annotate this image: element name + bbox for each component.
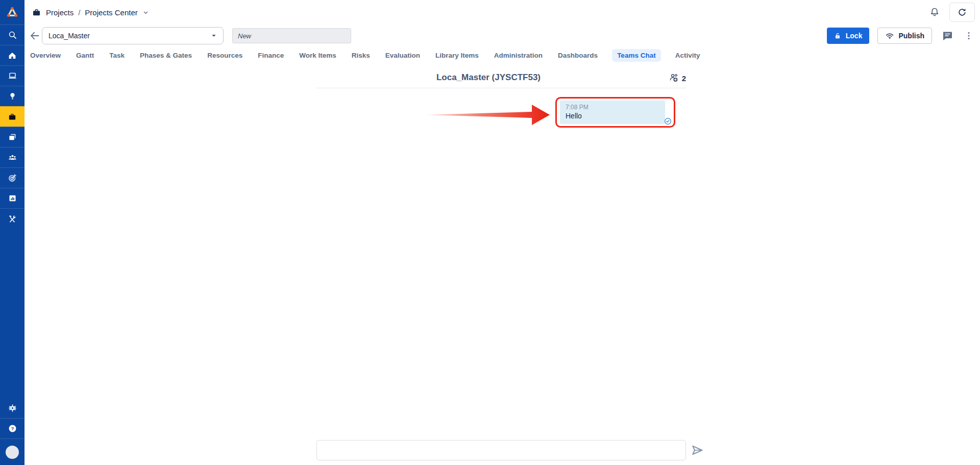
back-arrow-icon[interactable] <box>29 30 40 41</box>
annotation-arrow-icon <box>424 104 551 127</box>
chat-members-count: 2 <box>682 74 686 83</box>
chat-title: Loca_Master (JYSCTF53) <box>316 72 660 83</box>
app-window: ? Projects / Projects Center Loca_Master <box>0 0 980 465</box>
lock-button-label: Lock <box>846 32 863 40</box>
briefcase-icon <box>32 8 41 17</box>
tab-task[interactable]: Task <box>108 49 126 62</box>
sidebar-item-projects[interactable] <box>0 106 24 127</box>
chat-members-button[interactable]: 2 <box>669 72 686 84</box>
unlock-icon <box>834 32 842 40</box>
sidebar-item-search[interactable] <box>0 25 24 45</box>
search-icon <box>8 30 17 40</box>
dropdown-caret-icon <box>211 33 217 39</box>
tab-resources[interactable]: Resources <box>206 49 243 62</box>
sidebar-item-reports[interactable] <box>0 188 24 208</box>
sidebar-item-home[interactable] <box>0 45 24 65</box>
tab-finance[interactable]: Finance <box>257 49 285 62</box>
folders-icon <box>8 133 17 142</box>
chat-lines-icon[interactable] <box>940 29 954 43</box>
tab-gantt[interactable]: Gantt <box>75 49 95 62</box>
tab-work-items[interactable]: Work Items <box>298 49 337 62</box>
tab-administration[interactable]: Administration <box>493 49 544 62</box>
publish-button[interactable]: Publish <box>877 28 932 44</box>
tools-icon <box>8 214 17 224</box>
add-members-icon <box>669 72 680 84</box>
send-icon[interactable] <box>690 443 704 457</box>
sidebar-item-ideas[interactable] <box>0 86 24 106</box>
chat-message-input[interactable] <box>316 440 686 460</box>
sidebar-item-resources[interactable] <box>0 147 24 167</box>
sidebar-item-admin-tools[interactable] <box>0 208 24 229</box>
lock-button[interactable]: Lock <box>827 28 870 44</box>
briefcase-icon <box>8 112 17 121</box>
tab-overview[interactable]: Overview <box>29 49 62 62</box>
project-status-value: New <box>238 32 251 40</box>
tab-activity[interactable]: Activity <box>674 49 701 62</box>
app-logo triangle-logo[interactable] <box>0 0 24 25</box>
breadcrumb-projects-center[interactable]: Projects Center <box>85 8 137 17</box>
annotation-box: 7:08 PM Hello <box>555 97 675 128</box>
tab-phases-gates[interactable]: Phases & Gates <box>139 49 193 62</box>
sidebar: ? <box>0 0 24 465</box>
svg-text:?: ? <box>11 426 14 431</box>
tab-risks[interactable]: Risks <box>351 49 371 62</box>
tab-dashboards[interactable]: Dashboards <box>557 49 599 62</box>
project-dropdown-value: Loca_Master <box>48 32 211 40</box>
chat-header: Loca_Master (JYSCTF53) 2 <box>316 70 686 88</box>
bell-icon[interactable] <box>927 5 942 20</box>
tab-teams-chat[interactable]: Teams Chat <box>612 49 661 62</box>
help-icon: ? <box>8 424 17 433</box>
sidebar-spacer <box>0 229 24 398</box>
sidebar-item-workspace[interactable] <box>0 65 24 86</box>
chat-divider <box>316 88 686 88</box>
refresh-icon <box>957 7 967 17</box>
message-text: Hello <box>566 111 659 121</box>
sidebar-item-help[interactable]: ? <box>0 418 24 438</box>
project-dropdown[interactable]: Loca_Master <box>42 27 224 44</box>
sidebar-bottom: ? <box>0 398 24 465</box>
sidebar-item-portfolios[interactable] <box>0 127 24 147</box>
home-icon <box>8 51 17 60</box>
lightbulb-icon <box>8 92 17 101</box>
avatar <box>6 446 19 459</box>
chevron-down-icon[interactable] <box>142 9 149 16</box>
publish-button-label: Publish <box>898 32 924 40</box>
project-status-field[interactable]: New <box>232 28 351 43</box>
breadcrumb: Projects / Projects Center <box>32 0 149 25</box>
people-icon <box>8 153 17 162</box>
header-right <box>927 0 975 25</box>
message-timestamp: 7:08 PM <box>566 104 659 111</box>
wifi-icon <box>885 31 894 40</box>
breadcrumb-separator: / <box>78 8 80 17</box>
target-icon <box>8 173 17 183</box>
toolbar-right: Lock Publish <box>827 25 975 47</box>
tab-evaluation[interactable]: Evaluation <box>384 49 421 62</box>
project-toolbar: Loca_Master New Lock Publish <box>24 25 980 47</box>
bar-chart-icon <box>8 194 17 203</box>
check-circle-icon <box>664 117 672 125</box>
sidebar-item-settings[interactable] <box>0 398 24 418</box>
breadcrumb-projects[interactable]: Projects <box>46 8 74 17</box>
top-header: Projects / Projects Center <box>24 0 980 25</box>
laptop-icon <box>8 71 17 81</box>
kebab-menu-icon[interactable] <box>963 30 975 42</box>
tab-library-items[interactable]: Library Items <box>434 49 480 62</box>
gear-icon <box>8 403 17 413</box>
project-tabbar: Overview Gantt Task Phases & Gates Resou… <box>24 47 980 63</box>
sidebar-user-avatar[interactable] <box>0 438 24 465</box>
sidebar-item-goals[interactable] <box>0 167 24 188</box>
refresh-button[interactable] <box>949 3 975 22</box>
chat-message-bubble[interactable]: 7:08 PM Hello <box>560 101 665 124</box>
